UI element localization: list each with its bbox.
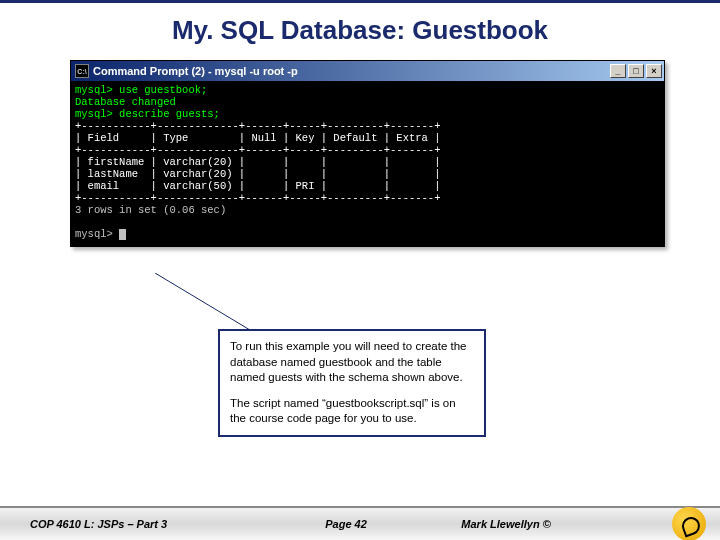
command-prompt-window: C:\ Command Prompt (2) - mysql -u root -… bbox=[70, 60, 665, 247]
cursor-icon bbox=[119, 229, 126, 240]
info-paragraph-1: To run this example you will need to cre… bbox=[230, 339, 474, 386]
footer-course: COP 4610 L: JSPs – Part 3 bbox=[0, 518, 241, 530]
slide-title: My. SQL Database: Guestbook bbox=[0, 15, 720, 46]
cmd-prompt: mysql> bbox=[75, 228, 119, 240]
cmd-result: 3 rows in set (0.06 sec) bbox=[75, 204, 226, 216]
window-buttons: _ □ × bbox=[610, 64, 664, 78]
cmd-row: | firstName | varchar(20) | | | | | bbox=[75, 156, 440, 168]
cmd-row: | email | varchar(50) | | PRI | | | bbox=[75, 180, 440, 192]
footer-page: Page 42 bbox=[241, 518, 452, 530]
cmd-border: +-----------+-------------+------+-----+… bbox=[75, 120, 440, 132]
cmd-line: mysql> use guestbook; bbox=[75, 84, 207, 96]
close-button[interactable]: × bbox=[646, 64, 662, 78]
svg-line-0 bbox=[155, 273, 255, 333]
cmd-border: +-----------+-------------+------+-----+… bbox=[75, 144, 440, 156]
cmd-row: | lastName | varchar(20) | | | | | bbox=[75, 168, 440, 180]
minimize-button[interactable]: _ bbox=[610, 64, 626, 78]
cmd-border: +-----------+-------------+------+-----+… bbox=[75, 192, 440, 204]
cmd-line: mysql> describe guests; bbox=[75, 108, 220, 120]
footer-author: Mark Llewellyn © bbox=[451, 518, 672, 530]
cmd-body: mysql> use guestbook; Database changed m… bbox=[71, 81, 664, 246]
info-callout-box: To run this example you will need to cre… bbox=[218, 329, 486, 437]
slide-footer: COP 4610 L: JSPs – Part 3 Page 42 Mark L… bbox=[0, 506, 720, 540]
cmd-titlebar: C:\ Command Prompt (2) - mysql -u root -… bbox=[71, 61, 664, 81]
cmd-icon: C:\ bbox=[75, 64, 89, 78]
cmd-header: | Field | Type | Null | Key | Default | … bbox=[75, 132, 440, 144]
info-paragraph-2: The script named “guestbookscript.sql” i… bbox=[230, 396, 474, 427]
ucf-logo-icon bbox=[672, 507, 706, 540]
cmd-window-title: Command Prompt (2) - mysql -u root -p bbox=[93, 65, 610, 77]
maximize-button[interactable]: □ bbox=[628, 64, 644, 78]
cmd-line: Database changed bbox=[75, 96, 176, 108]
